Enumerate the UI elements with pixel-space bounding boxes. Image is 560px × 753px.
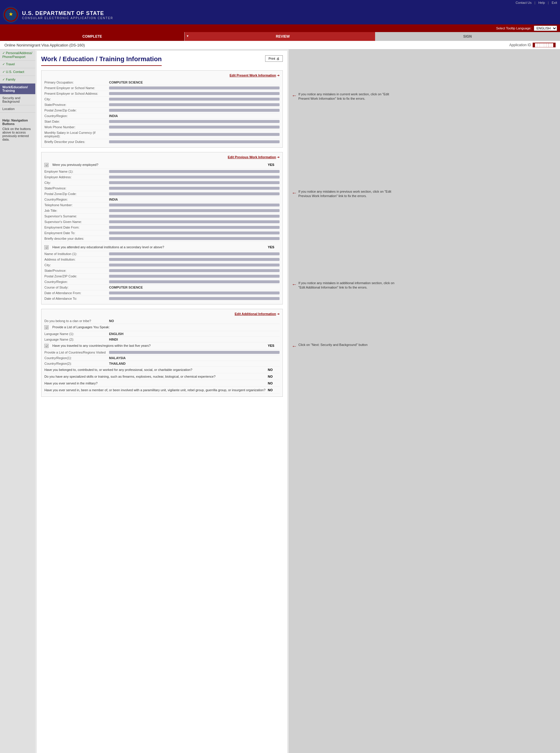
us-seal-icon: ★ (3, 7, 19, 23)
field-label: Country/Region: (44, 198, 109, 201)
field-value: HINDI (109, 338, 280, 341)
edit-previous-work-link[interactable]: Edit Previous Work Information (228, 155, 276, 159)
sidebar-item-family[interactable]: ✓Family (0, 76, 35, 83)
question-row-employed: ☑ Were you previously employed? YES (44, 161, 280, 169)
sidebar-item-work[interactable]: Work/Education/ Training (0, 83, 35, 94)
field-label: Country/Region: (44, 280, 109, 284)
field-label: Country/Region(2): (44, 362, 109, 365)
checkbox-icon: ☑ (44, 344, 48, 348)
field-value-redacted (109, 86, 280, 90)
header: ★ U.S. DEPARTMENT OF STATE CONSULAR ELEC… (0, 5, 560, 24)
q-military: Have you ever served in the military? (44, 382, 265, 385)
field-label: Course of Study: (44, 286, 109, 289)
field-value-redacted (109, 92, 280, 95)
dept-name: U.S. DEPARTMENT OF STATE (22, 10, 113, 17)
sidebar-item-location[interactable]: Location (0, 105, 35, 113)
tooltip-language-select[interactable]: ENGLISH (534, 25, 557, 31)
field-label: Date of Attendance To: (44, 297, 109, 300)
check-icon: ✓ (2, 62, 5, 66)
a-org: NO (268, 368, 280, 371)
arrow-icon: ➜ (277, 74, 280, 77)
form-row: Employer Address: (44, 174, 280, 180)
edit-additional-link[interactable]: Edit Additional Information (235, 312, 276, 315)
print-label: Print (268, 57, 275, 60)
edu-question-text: Have you attended any educational instit… (52, 245, 265, 249)
present-work-section: Edit Present Work Information ➜ Primary … (41, 70, 283, 148)
field-value-redacted (109, 109, 280, 112)
form-row: Start Date: (44, 119, 280, 124)
additional-info-section: Edit Additional Information ➜ Do you bel… (41, 309, 283, 397)
contact-us-link[interactable]: Contact Us (516, 1, 532, 4)
field-value: NO (109, 319, 280, 323)
form-row: Language Name (2): HINDI (44, 337, 280, 342)
field-value-redacted (109, 140, 280, 143)
sidebar-item-security[interactable]: Security and Background (0, 94, 35, 105)
annotation-text: Click on "Next: Security and Background"… (298, 343, 367, 347)
tab-complete[interactable]: COMPLETE (0, 32, 185, 41)
field-label: Present Employer or School Name: (44, 86, 109, 90)
form-row: City: (44, 263, 280, 268)
field-label: Country/Region(1): (44, 356, 109, 360)
sidebar-item-personal[interactable]: ✓Personal/Address/ Phone/Passport (0, 50, 35, 61)
previous-work-edit-area: Edit Previous Work Information ➜ (44, 155, 280, 159)
form-row: Country/Region(2): THAILAND (44, 361, 280, 367)
answer-yes: YES (268, 163, 280, 167)
field-value-redacted (109, 209, 280, 212)
field-value-redacted (109, 215, 280, 218)
additional-edit-area: Edit Additional Information ➜ (44, 312, 280, 316)
sidebar-item-travel[interactable]: ✓Travel (0, 61, 35, 68)
tooltip-label: Select Tooltip Language: (496, 26, 532, 30)
tab-sign[interactable]: SIGN (375, 32, 560, 41)
edu-answer: YES (268, 245, 280, 249)
travel-answer: YES (268, 344, 280, 347)
exit-link[interactable]: Exit (552, 1, 557, 4)
form-row: Postal Zone/Zip Code: (44, 108, 280, 113)
form-row: Job Title: (44, 208, 280, 214)
field-value-redacted (109, 275, 280, 278)
field-value-redacted (109, 120, 280, 123)
form-row: Work Phone Number: (44, 124, 280, 130)
sidebar-item-us-contact[interactable]: ✓U.S. Contact (0, 68, 35, 76)
field-value-redacted (109, 103, 280, 106)
field-value-redacted (109, 252, 280, 255)
annotation-text: If you notice any mistakes in previous w… (298, 189, 397, 198)
annotation-text: If you notice any mistakes in additional… (298, 281, 397, 290)
field-value: INDIA (109, 198, 280, 201)
tab-review[interactable]: REVIEW (191, 32, 375, 41)
edit-present-work-link[interactable]: Edit Present Work Information (229, 74, 276, 77)
header-title: U.S. DEPARTMENT OF STATE CONSULAR ELECTR… (22, 10, 113, 20)
field-label: Monthly Salary in Local Currency (if emp… (44, 131, 109, 138)
field-label: State/Province: (44, 269, 109, 272)
field-value-redacted (109, 98, 280, 101)
field-label: State/Province: (44, 187, 109, 190)
checkbox-icon: ☑ (44, 245, 48, 249)
field-label: Supervisor's Given Name: (44, 220, 109, 224)
form-row: Date of Attendance To: (44, 296, 280, 301)
sub-title: CONSULAR ELECTRONIC APPLICATION CENTER (22, 17, 113, 20)
form-row: Address of Institution: (44, 257, 280, 263)
help-text: Click on the buttons above to access pre… (2, 127, 33, 141)
form-row: Country/Region: (44, 279, 280, 285)
main-content: Work / Education / Training Information … (37, 51, 287, 753)
check-icon: ✓ (2, 70, 5, 74)
form-row: Do you belong to a clan or tribe? NO (44, 318, 280, 324)
form-row: Supervisor's Given Name: (44, 219, 280, 225)
form-row: State/Province: (44, 268, 280, 273)
field-label: Briefly describe your duties: (44, 237, 109, 240)
form-row: City: (44, 96, 280, 102)
lang-question: Provide a List of Languages You Speak: (52, 325, 280, 329)
app-id-area: Application ID ████████ (509, 43, 556, 47)
form-row: Employer Name (1): (44, 169, 280, 174)
field-value: ENGLISH (109, 332, 280, 335)
form-row: Country/Region: INDIA (44, 113, 280, 119)
field-label: Postal Zone/ZIP Code: (44, 274, 109, 278)
field-value-redacted (109, 237, 280, 240)
help-link[interactable]: Help (538, 1, 545, 4)
print-icon: 🖨 (276, 57, 280, 60)
previous-work-section: Edit Previous Work Information ➜ ☑ Were … (41, 152, 283, 305)
print-button[interactable]: Print 🖨 (265, 55, 283, 62)
field-label: Employer Address: (44, 175, 109, 179)
checkbox-icon: ☑ (44, 163, 48, 167)
field-label: Primary Occupation: (44, 81, 109, 84)
question-row-travel: ☑ Have you traveled to any countries/reg… (44, 342, 280, 350)
